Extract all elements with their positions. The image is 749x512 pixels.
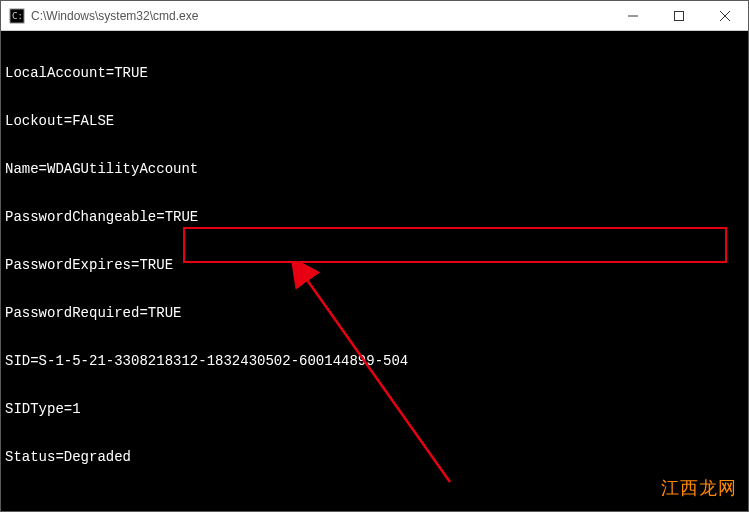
terminal-line: Name=WDAGUtilityAccount [5, 161, 744, 177]
terminal-line: PasswordRequired=TRUE [5, 305, 744, 321]
terminal-line: PasswordExpires=TRUE [5, 257, 744, 273]
terminal-line: LocalAccount=TRUE [5, 65, 744, 81]
cmd-window: C: C:\Windows\system32\cmd.exe LocalAcco… [0, 0, 749, 512]
titlebar[interactable]: C: C:\Windows\system32\cmd.exe [1, 1, 748, 31]
close-button[interactable] [702, 1, 748, 30]
svg-text:C:: C: [12, 11, 23, 21]
svg-rect-3 [675, 11, 684, 20]
window-controls [610, 1, 748, 30]
terminal-line: SID=S-1-5-21-3308218312-1832430502-60014… [5, 353, 744, 369]
maximize-button[interactable] [656, 1, 702, 30]
terminal-line: PasswordChangeable=TRUE [5, 209, 744, 225]
titlebar-title: C:\Windows\system32\cmd.exe [31, 9, 610, 23]
minimize-button[interactable] [610, 1, 656, 30]
terminal-line: Lockout=FALSE [5, 113, 744, 129]
terminal-line: SIDType=1 [5, 401, 744, 417]
terminal-line: Status=Degraded [5, 449, 744, 465]
watermark-text: 江西龙网 [661, 476, 737, 500]
cmd-icon: C: [9, 8, 25, 24]
terminal-area[interactable]: LocalAccount=TRUE Lockout=FALSE Name=WDA… [1, 31, 748, 511]
